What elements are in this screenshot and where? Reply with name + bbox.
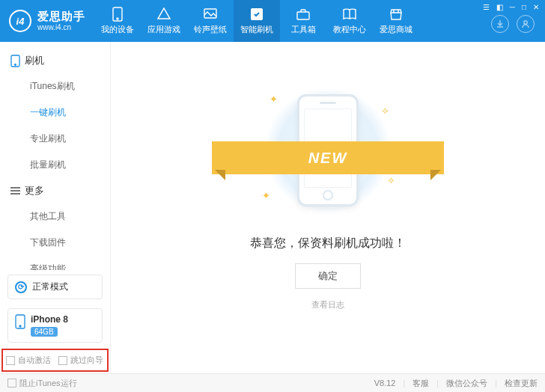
sparkle-icon: ✧ — [381, 105, 389, 117]
skip-guide-checkbox[interactable]: 跳过向导 — [58, 355, 103, 366]
new-ribbon: NEW — [212, 141, 444, 174]
top-nav: 我的设备 应用游戏 铃声壁纸 智能刷机 工具箱 教程中心 爱思商城 — [94, 0, 477, 42]
checkbox-label: 自动激活 — [18, 355, 51, 366]
sidebar-item-batch-flash[interactable]: 批量刷机 — [0, 152, 110, 178]
phone-small-icon — [15, 314, 25, 329]
nav-label: 爱思商城 — [380, 24, 412, 35]
sparkle-icon: ✦ — [270, 94, 278, 105]
nav-label: 我的设备 — [101, 24, 134, 35]
nav-label: 教程中心 — [333, 24, 366, 35]
wechat-link[interactable]: 微信公众号 — [446, 378, 487, 389]
success-illustration: ✦ ✧ ✦ ✧ NEW — [253, 83, 403, 218]
wallpaper-icon — [203, 7, 218, 22]
sidebar: 刷机 iTunes刷机 一键刷机 专业刷机 批量刷机 更多 其他工具 下载固件 … — [0, 42, 111, 373]
toolbox-icon — [296, 7, 311, 22]
svg-point-1 — [117, 18, 118, 19]
checkbox-label: 阻止iTunes运行 — [19, 378, 77, 389]
apps-icon — [156, 7, 171, 22]
group-title: 刷机 — [25, 54, 44, 67]
download-button[interactable] — [491, 15, 509, 33]
refresh-icon: ⟳ — [15, 281, 27, 293]
sidebar-group-more[interactable]: 更多 — [0, 178, 110, 203]
nav-label: 铃声壁纸 — [194, 24, 227, 35]
sidebar-item-oneclick-flash[interactable]: 一键刷机 — [0, 99, 110, 126]
nav-apps[interactable]: 应用游戏 — [141, 0, 187, 42]
nav-ringtones[interactable]: 铃声壁纸 — [187, 0, 234, 42]
nav-tutorials[interactable]: 教程中心 — [326, 0, 373, 42]
brand-subtitle: www.i4.cn — [37, 23, 85, 31]
device-name: iPhone 8 — [31, 314, 68, 325]
phone-icon — [110, 7, 125, 22]
update-link[interactable]: 检查更新 — [505, 378, 538, 389]
window-controls: ☰ ◧ ─ □ ✕ — [477, 0, 545, 15]
svg-rect-4 — [297, 12, 309, 19]
mode-card[interactable]: ⟳ 正常模式 — [7, 275, 103, 299]
svg-point-9 — [19, 325, 21, 327]
nav-label: 应用游戏 — [147, 24, 180, 35]
nav-toolbox[interactable]: 工具箱 — [280, 0, 326, 42]
device-icon — [10, 55, 20, 67]
brand: i4 爱思助手 www.i4.cn — [0, 0, 94, 42]
nav-store[interactable]: 爱思商城 — [373, 0, 419, 42]
sparkle-icon: ✦ — [262, 190, 270, 201]
support-link[interactable]: 客服 — [412, 378, 429, 389]
nav-label: 工具箱 — [291, 24, 316, 35]
version-label: V8.12 — [374, 379, 396, 388]
close-icon[interactable]: ✕ — [533, 4, 539, 11]
minimize-icon[interactable]: ─ — [510, 4, 515, 11]
mode-label: 正常模式 — [32, 281, 68, 293]
nav-my-device[interactable]: 我的设备 — [94, 0, 141, 42]
view-log-link[interactable]: 查看日志 — [311, 299, 344, 310]
sidebar-item-other-tools[interactable]: 其他工具 — [0, 203, 110, 230]
store-icon — [389, 7, 404, 22]
sidebar-item-advanced[interactable]: 高级功能 — [0, 256, 110, 270]
sparkle-icon: ✧ — [387, 175, 395, 186]
menu-icon[interactable]: ☰ — [483, 4, 490, 11]
hamburger-icon — [10, 187, 20, 195]
block-itunes-checkbox[interactable]: 阻止iTunes运行 — [7, 378, 77, 389]
ok-button[interactable]: 确定 — [295, 263, 361, 289]
checkbox-label: 跳过向导 — [70, 355, 103, 366]
user-button[interactable] — [517, 15, 535, 33]
success-message: 恭喜您，保资料刷机成功啦！ — [250, 236, 406, 251]
storage-badge: 64GB — [31, 327, 58, 337]
maximize-icon[interactable]: □ — [522, 4, 526, 11]
sidebar-item-pro-flash[interactable]: 专业刷机 — [0, 126, 110, 152]
status-bar: 阻止iTunes运行 V8.12 | 客服 | 微信公众号 | 检查更新 — [0, 373, 545, 392]
skin-icon[interactable]: ◧ — [496, 4, 503, 11]
nav-flash[interactable]: 智能刷机 — [234, 0, 280, 42]
group-title: 更多 — [25, 184, 44, 197]
sidebar-group-flash[interactable]: 刷机 — [0, 48, 110, 73]
main-content: ✦ ✧ ✦ ✧ NEW 恭喜您，保资料刷机成功啦！ 确定 查看日志 — [111, 42, 545, 373]
brand-logo-icon: i4 — [9, 10, 31, 32]
options-row: 自动激活 跳过向导 — [1, 349, 109, 372]
sidebar-item-download-fw[interactable]: 下载固件 — [0, 230, 110, 256]
device-card[interactable]: iPhone 8 64GB — [7, 308, 103, 343]
book-icon — [342, 7, 357, 22]
auto-activate-checkbox[interactable]: 自动激活 — [6, 355, 51, 366]
brand-title: 爱思助手 — [37, 10, 85, 23]
svg-point-5 — [524, 21, 527, 24]
svg-point-7 — [15, 64, 16, 65]
nav-label: 智能刷机 — [240, 24, 273, 35]
flash-icon — [249, 7, 264, 22]
sidebar-item-itunes-flash[interactable]: iTunes刷机 — [0, 73, 110, 99]
title-bar: i4 爱思助手 www.i4.cn 我的设备 应用游戏 铃声壁纸 智能刷机 工具… — [0, 0, 545, 42]
